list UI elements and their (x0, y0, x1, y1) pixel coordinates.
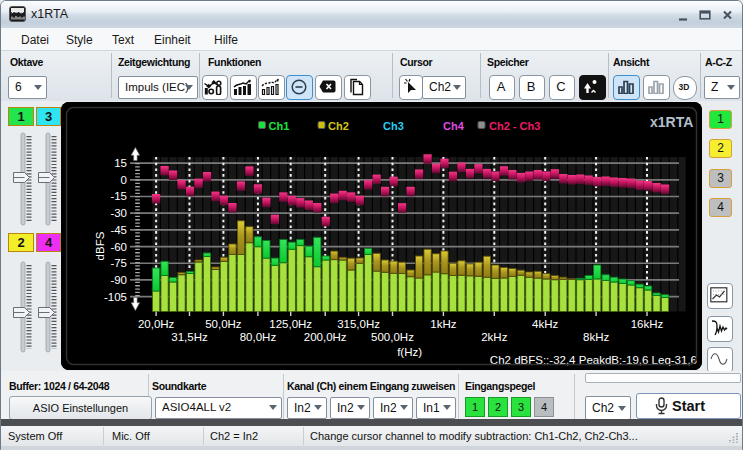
svg-text:Ch4: Ch4 (443, 120, 465, 132)
svg-text:-30: -30 (110, 207, 127, 219)
svg-text:200,0Hz: 200,0Hz (304, 331, 347, 343)
svg-text:Ch2 dBFS::-32,4 PeakdB:-19,6 L: Ch2 dBFS::-32,4 PeakdB:-19,6 Leq-31,6 (490, 354, 697, 366)
svg-text:Ch2 - Ch3: Ch2 - Ch3 (489, 120, 540, 132)
svg-text:-90: -90 (110, 274, 127, 286)
svg-text:-15: -15 (110, 190, 127, 202)
svg-text:50,0Hz: 50,0Hz (205, 318, 242, 330)
svg-text:f(Hz): f(Hz) (397, 346, 422, 358)
svg-text:125,0Hz: 125,0Hz (269, 318, 312, 330)
svg-text:-75: -75 (110, 257, 127, 269)
svg-text:x1RTA: x1RTA (650, 114, 693, 130)
svg-text:dBFS: dBFS (94, 231, 106, 260)
svg-text:Ch1: Ch1 (269, 120, 290, 132)
svg-text:1kHz: 1kHz (430, 318, 456, 330)
svg-text:-105: -105 (104, 291, 127, 303)
svg-text:-45: -45 (110, 224, 127, 236)
svg-text:16kHz: 16kHz (631, 318, 664, 330)
svg-text:0: 0 (121, 174, 127, 186)
svg-text:-60: -60 (110, 241, 127, 253)
svg-text:315,0Hz: 315,0Hz (337, 318, 380, 330)
svg-text:500,0Hz: 500,0Hz (371, 331, 414, 343)
svg-text:20,0Hz: 20,0Hz (138, 318, 175, 330)
svg-text:80,0Hz: 80,0Hz (240, 331, 277, 343)
svg-text:4kHz: 4kHz (532, 318, 558, 330)
svg-text:8kHz: 8kHz (583, 331, 609, 343)
svg-text:Ch3: Ch3 (383, 120, 404, 132)
svg-text:15: 15 (114, 157, 127, 169)
svg-text:Ch2: Ch2 (328, 120, 349, 132)
svg-text:31,5Hz: 31,5Hz (171, 331, 208, 343)
svg-text:2kHz: 2kHz (481, 331, 507, 343)
